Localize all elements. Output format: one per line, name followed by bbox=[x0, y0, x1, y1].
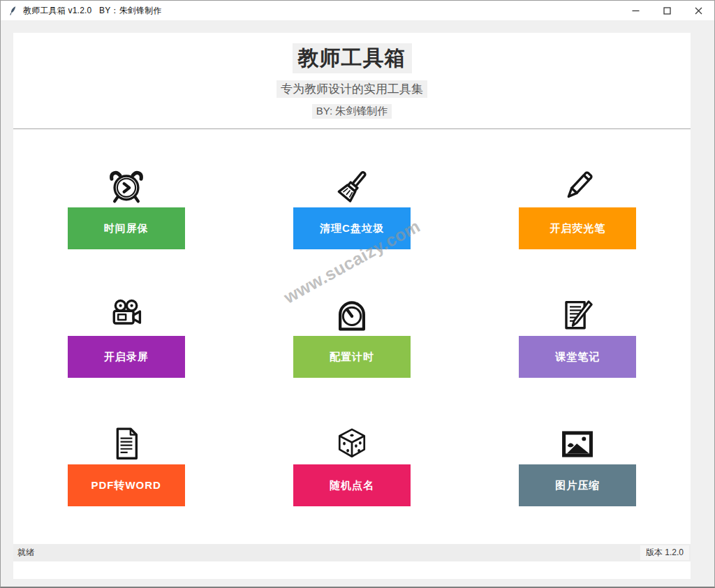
tool-button-6[interactable]: 课堂笔记 bbox=[519, 336, 636, 378]
tool-tile: 随机点名 bbox=[293, 424, 411, 506]
tool-button-5[interactable]: 配置计时 bbox=[293, 336, 411, 378]
movie-camera-icon bbox=[108, 295, 145, 335]
tool-button-9[interactable]: 图片压缩 bbox=[519, 464, 636, 506]
broom-icon bbox=[333, 167, 371, 206]
version-text: 版本 1.2.0 bbox=[640, 545, 689, 560]
window-title: 教师工具箱 v1.2.0 BY：朱剑锋制作 bbox=[23, 5, 162, 17]
page-byline: BY: 朱剑锋制作 bbox=[312, 104, 392, 119]
page-title: 教师工具箱 bbox=[293, 43, 412, 73]
tool-button-4[interactable]: 开启录屏 bbox=[68, 336, 185, 378]
maximize-icon bbox=[663, 7, 671, 15]
pencil-icon bbox=[559, 167, 596, 206]
tool-button-2[interactable]: 清理C盘垃圾 bbox=[293, 207, 411, 249]
memo-icon bbox=[559, 295, 596, 335]
feather-app-icon bbox=[8, 6, 17, 16]
status-bar: 就绪 版本 1.2.0 bbox=[13, 544, 691, 561]
timer-icon bbox=[333, 295, 371, 335]
tool-tile: 开启录屏 bbox=[68, 295, 185, 378]
tool-button-1[interactable]: 时间屏保 bbox=[68, 207, 185, 249]
minimize-button[interactable] bbox=[620, 1, 651, 20]
titlebar[interactable]: 教师工具箱 v1.2.0 BY：朱剑锋制作 bbox=[1, 1, 714, 20]
header-divider bbox=[13, 128, 691, 129]
main-panel: 教师工具箱 专为教师设计的实用工具集 BY: 朱剑锋制作 时间屏保 清理C盘垃圾… bbox=[13, 33, 691, 579]
maximize-button[interactable] bbox=[651, 1, 683, 20]
tool-button-3[interactable]: 开启荧光笔 bbox=[519, 207, 636, 249]
tool-tile: 清理C盘垃圾 bbox=[293, 167, 411, 249]
header: 教师工具箱 专为教师设计的实用工具集 BY: 朱剑锋制作 bbox=[13, 33, 691, 119]
tool-tile: 开启荧光笔 bbox=[519, 167, 636, 249]
tool-tile: 图片压缩 bbox=[519, 424, 636, 506]
tool-grid: 时间屏保 清理C盘垃圾 开启荧光笔 开启录屏 bbox=[13, 167, 691, 506]
document-icon bbox=[108, 424, 145, 463]
tool-tile: 配置计时 bbox=[293, 295, 411, 378]
window-controls bbox=[620, 1, 714, 20]
tool-tile: 时间屏保 bbox=[68, 167, 185, 249]
dice-icon bbox=[333, 424, 371, 463]
close-button[interactable] bbox=[683, 1, 714, 20]
page-subtitle: 专为教师设计的实用工具集 bbox=[277, 80, 427, 98]
tool-button-7[interactable]: PDF转WORD bbox=[68, 464, 185, 506]
picture-icon bbox=[559, 424, 596, 463]
app-window: 教师工具箱 v1.2.0 BY：朱剑锋制作 教师工具箱 专为教师设计的 bbox=[0, 0, 715, 588]
tool-tile: PDF转WORD bbox=[68, 424, 185, 506]
status-text: 就绪 bbox=[13, 547, 34, 559]
minimize-icon bbox=[632, 7, 640, 15]
tool-tile: 课堂笔记 bbox=[519, 295, 636, 378]
tool-button-8[interactable]: 随机点名 bbox=[293, 464, 411, 506]
close-icon bbox=[695, 7, 702, 15]
alarm-clock-icon bbox=[108, 167, 145, 206]
